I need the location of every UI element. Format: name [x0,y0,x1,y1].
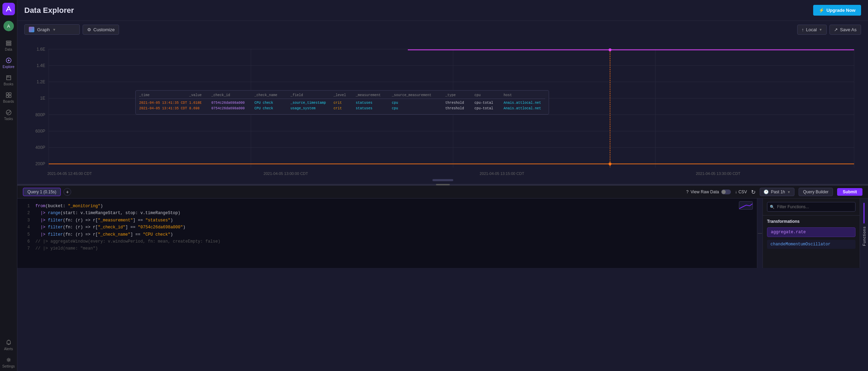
gear-icon: ⚙ [87,27,91,32]
page-title: Data Explorer [24,6,74,15]
sidebar-item-books-label: Books [4,82,14,86]
query-builder-label: Query Builder [803,189,828,194]
upgrade-label: Upgrade Now [826,8,856,13]
svg-text:600P: 600P [35,129,45,134]
chevron-down-icon-2: ▼ [819,28,822,32]
download-icon: ↓ [735,189,737,194]
svg-text:400P: 400P [35,145,45,150]
svg-text:1.2E: 1.2E [36,79,45,84]
time-range-label: Past 1h [771,189,785,194]
sidebar-item-boards[interactable]: Boards [0,89,17,106]
svg-text:2021-04-05 13:15:00 CDT: 2021-04-05 13:15:00 CDT [480,171,524,176]
app-logo[interactable] [2,3,15,15]
row1-check-id: 0754c26da698a000 [211,100,253,106]
sidebar-item-explore-label: Explore [3,65,15,69]
row2-time: 2021-04-05 13:41:35 CDT [139,106,188,111]
functions-tab-bar [863,203,865,224]
row1-measurement: statuses [356,100,390,106]
svg-text:2021-04-05 13:30:00 CDT: 2021-04-05 13:30:00 CDT [696,171,740,176]
time-range-dropdown[interactable]: 🕐 Past 1h ▼ [760,188,794,196]
sidebar-item-tasks[interactable]: Tasks [0,106,17,124]
query-tabs-right: ? View Raw Data ↓ CSV ↻ 🕐 Past 1h ▼ Quer… [686,188,862,196]
raw-data-toggle[interactable] [721,189,731,194]
svg-rect-5 [9,93,11,95]
row2-host: Anais.attlocal.net [504,106,545,111]
csv-label: CSV [739,189,747,194]
svg-rect-1 [6,43,11,44]
functions-search-input[interactable] [767,202,856,212]
sidebar-item-alerts-label: Alerts [4,347,13,351]
row2-cpu: cpu-total [474,106,502,111]
sidebar-item-data[interactable]: Data [0,37,17,54]
add-query-button[interactable]: + [64,188,71,196]
col-value: _value [189,93,210,97]
sidebar-item-alerts[interactable]: Alerts [0,336,17,354]
clock-icon: 🕐 [764,189,769,194]
code-line-3: 3 |> filter(fn: (r) => r["_measurement"]… [23,217,751,224]
row1-type: threshold [445,100,473,106]
row2-level: crit [334,106,354,111]
collapse-icon: — [758,231,762,236]
chevron-down-icon: ▼ [52,28,56,32]
chart-scrollbar[interactable] [432,179,453,181]
code-line-5: 5 |> filter(fn: (r) => r["_check_name"] … [23,231,751,238]
transformations-label: Transformations [763,216,860,226]
tooltip-row-2: 2021-04-05 13:41:35 CDT 8.698 0754c26da6… [139,106,545,111]
row2-type: threshold [445,106,473,111]
row1-field: _source_timestamp [290,100,332,106]
sidebar-item-explore[interactable]: Explore [0,54,17,71]
row1-level: crit [334,100,354,106]
main-content: Data Explorer ⚡ Upgrade Now Graph ▼ ⚙ Cu… [17,0,868,371]
svg-rect-7 [9,95,11,98]
functions-panel: Transformations aggregate.rate chandeMom… [762,199,860,268]
row2-check-name: CPU check [254,106,289,111]
tooltip-header: _time _value _check_id _check_name _fiel… [139,93,545,99]
code-line-6: 6 // |> aggregateWindow(every: v.windowP… [23,238,751,245]
chart-inner: 1.6E 1.4E 1.2E 1E 800P 600P 400P 200P 20… [24,38,861,184]
upgrade-button[interactable]: ⚡ Upgrade Now [813,5,861,16]
function-name-1: aggregate.rate [771,230,806,235]
query-builder-button[interactable]: Query Builder [799,188,833,196]
query-editor[interactable]: 1 from(bucket: "_monitoring") 2 |> range… [17,199,757,268]
query-tab-1[interactable]: Query 1 (0.15s) [23,188,61,196]
row1-value: 1.618E [189,100,210,106]
col-level: _level [334,93,354,97]
save-as-button[interactable]: ↗ Save As [829,25,861,35]
col-cpu: cpu [474,93,502,97]
local-dropdown[interactable]: ↑ Local ▼ [797,25,827,35]
question-icon: ? [686,189,689,194]
chart-container: 1.6E 1.4E 1.2E 1E 800P 600P 400P 200P 20… [24,38,861,184]
function-tag-aggregate-rate[interactable]: aggregate.rate [767,227,856,237]
functions-tab-label[interactable]: Functions [862,226,866,246]
editor-preview [739,201,753,210]
csv-button[interactable]: ↓ CSV [735,189,747,194]
submit-button[interactable]: Submit [837,188,862,196]
svg-text:1.6E: 1.6E [36,47,45,51]
collapse-handle[interactable]: — [757,199,762,268]
toolbar-right: ↑ Local ▼ ↗ Save As [797,25,861,35]
query-tabs-bar: Query 1 (0.15s) + ? View Raw Data ↓ CSV … [17,186,868,199]
resize-handle[interactable] [17,184,868,185]
graph-type-dropdown[interactable]: Graph ▼ [24,24,80,35]
row1-check-name: CPU check [254,100,289,106]
view-raw-data-toggle[interactable]: ? View Raw Data [686,189,731,194]
query-editor-area: 1 from(bucket: "_monitoring") 2 |> range… [17,199,868,268]
code-line-1: 1 from(bucket: "_monitoring") [23,203,751,210]
header: Data Explorer ⚡ Upgrade Now [17,0,868,21]
row2-field: usage_system [290,106,332,111]
sidebar-item-settings[interactable]: Settings [0,354,17,371]
svg-point-9 [8,359,9,361]
functions-vertical-tab[interactable]: Functions [860,199,868,268]
functions-search [763,199,860,216]
code-line-4: 4 |> filter(fn: (r) => r["_check_id"] ==… [23,224,751,231]
user-avatar[interactable]: A [3,21,14,31]
svg-text:2021-04-05 12:45:00 CDT: 2021-04-05 12:45:00 CDT [47,171,92,176]
refresh-button[interactable]: ↻ [751,189,756,195]
customize-button[interactable]: ⚙ Customize [83,25,119,35]
query-tabs-left: Query 1 (0.15s) + [23,188,71,196]
sidebar-item-books[interactable]: Books [0,71,17,89]
function-tag-chande[interactable]: chandeMomentumOscillator [767,240,856,249]
svg-point-39 [609,162,612,165]
query-section: Query 1 (0.15s) + ? View Raw Data ↓ CSV … [17,185,868,268]
tooltip-row-1: 2021-04-05 13:41:35 CDT 1.618E 0754c26da… [139,100,545,106]
